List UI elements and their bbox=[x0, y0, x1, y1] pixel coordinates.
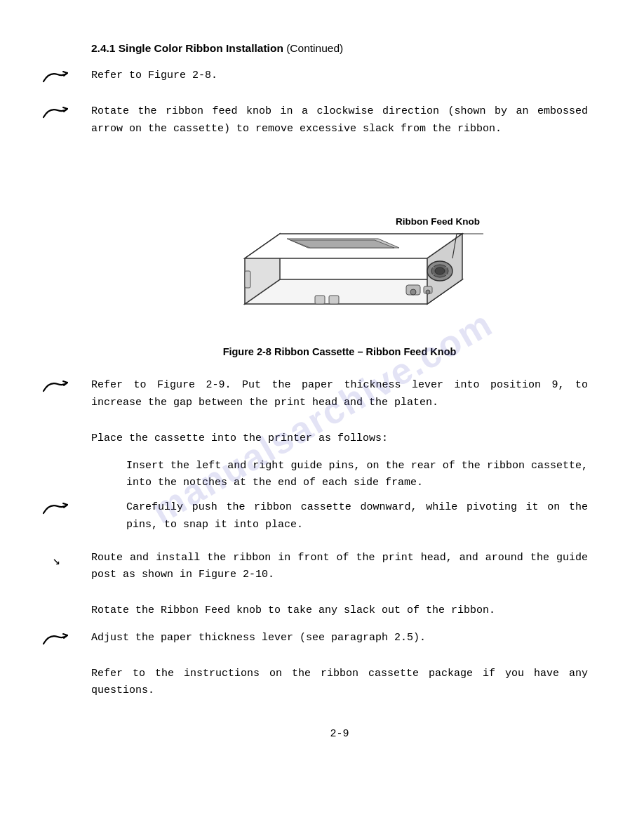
section-title: 2.4.1 Single Color Ribbon Installation (… bbox=[91, 42, 588, 55]
bullet-row-6: Adjust the paper thickness lever (see pa… bbox=[91, 630, 588, 657]
paragraph-7: Adjust the paper thickness lever (see pa… bbox=[91, 630, 426, 647]
indent-paragraph-2: Carefully push the ribbon cassette downw… bbox=[126, 499, 588, 534]
continued-label: (Continued) bbox=[286, 42, 343, 54]
svg-rect-19 bbox=[329, 296, 339, 304]
svg-point-15 bbox=[410, 289, 416, 295]
figure-2-8-caption: Figure 2-8 Ribbon Cassette – Ribbon Feed… bbox=[91, 346, 588, 357]
page-number: 2-9 bbox=[91, 728, 588, 740]
svg-text:Ribbon Feed Knob: Ribbon Feed Knob bbox=[396, 216, 480, 227]
bullet-row-5: ↘ Route and install the ribbon in front … bbox=[91, 550, 588, 595]
paragraph-6: Rotate the Ribbon Feed knob to take any … bbox=[91, 602, 588, 620]
svg-rect-17 bbox=[245, 271, 250, 288]
paragraph-4: Place the cassette into the printer as f… bbox=[91, 430, 588, 448]
bullet-icon-4 bbox=[42, 501, 70, 516]
svg-point-8 bbox=[435, 267, 445, 274]
paragraph-5: Route and install the ribbon in front of… bbox=[91, 550, 588, 585]
paragraph-2: Rotate the ribbon feed knob in a clockwi… bbox=[91, 103, 588, 138]
paragraph-1: Refer to Figure 2-8. bbox=[91, 67, 217, 85]
section-title-text: 2.4.1 Single Color Ribbon Installation bbox=[91, 42, 283, 54]
paragraph-3: Refer to Figure 2-9. Put the paper thick… bbox=[91, 377, 588, 412]
page: manualsarchive.com 2.4.1 Single Color Ri… bbox=[0, 0, 644, 834]
svg-rect-18 bbox=[315, 296, 325, 304]
bullet-row-1: Refer to Figure 2-8. bbox=[91, 67, 588, 95]
bullet-row-3: Refer to Figure 2-9. Put the paper thick… bbox=[91, 377, 588, 422]
indented-section: Insert the left and right guide pins, on… bbox=[91, 458, 588, 493]
bullet-row-4: Carefully push the ribbon cassette downw… bbox=[91, 499, 588, 541]
bullet-icon-2 bbox=[42, 105, 70, 120]
bullet-row-2: Rotate the ribbon feed knob in a clockwi… bbox=[91, 103, 588, 148]
paragraph-8: Refer to the instructions on the ribbon … bbox=[91, 666, 588, 701]
bullet-icon-5 bbox=[42, 631, 70, 647]
indent-paragraph-1: Insert the left and right guide pins, on… bbox=[126, 458, 588, 493]
figure-2-8-svg: Ribbon Feed Knob bbox=[189, 167, 490, 336]
arrow-bullet-icon: ↘ bbox=[53, 552, 60, 568]
bullet-icon-1 bbox=[42, 69, 70, 84]
bullet-icon-3 bbox=[42, 378, 70, 394]
svg-point-16 bbox=[426, 290, 430, 294]
figure-2-8-container: Ribbon Feed Knob bbox=[91, 167, 588, 339]
